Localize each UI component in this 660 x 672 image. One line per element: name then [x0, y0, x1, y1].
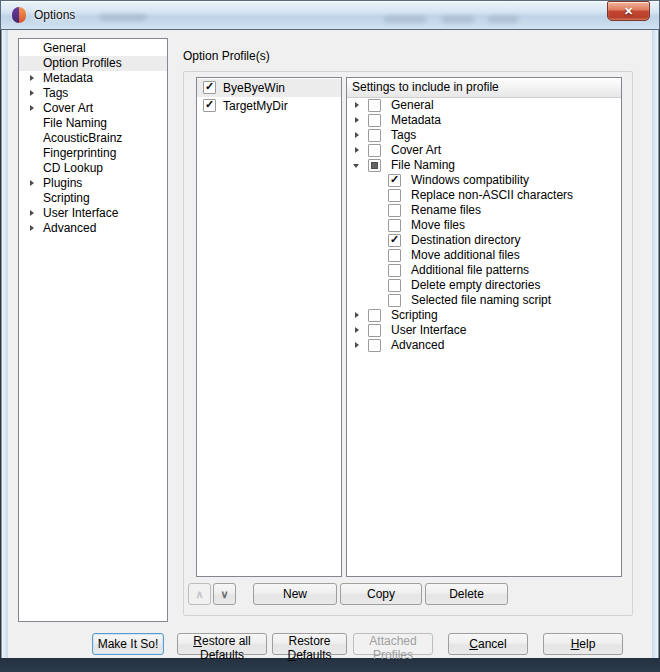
tree-advanced-checkbox[interactable] — [368, 339, 381, 352]
tree-item-selected-file-naming-script[interactable]: Selected file naming script — [347, 293, 621, 308]
cancel-button[interactable]: Cancel — [448, 633, 528, 655]
expander-collapsed-icon[interactable] — [355, 147, 359, 153]
expander-collapsed-icon[interactable] — [30, 180, 34, 186]
profile-row-byebyewin[interactable]: ✓ByeByeWin — [197, 79, 341, 97]
expander-collapsed-icon[interactable] — [355, 342, 359, 348]
tree-item-rename-files[interactable]: Rename files — [347, 203, 621, 218]
tree-user-interface-checkbox[interactable] — [368, 324, 381, 337]
glass-reflection — [100, 14, 146, 21]
restore-defaults-button[interactable]: Restore Defaults — [272, 633, 347, 655]
help-button[interactable]: Help — [543, 633, 623, 655]
profiles-groupbox: ✓ByeByeWin✓TargetMyDir Settings to inclu… — [183, 71, 633, 616]
sidebar-item-user-interface[interactable]: User Interface — [19, 206, 167, 221]
close-icon: ✕ — [624, 5, 633, 17]
tree-scripting-checkbox[interactable] — [368, 309, 381, 322]
checkmark-icon: ✓ — [390, 173, 399, 186]
restore-all-defaults-button[interactable]: Restore all Defaults — [177, 633, 267, 655]
settings-panel: Settings to include in profile GeneralMe… — [346, 77, 622, 577]
sidebar-item-advanced[interactable]: Advanced — [19, 221, 167, 236]
tree-item-scripting[interactable]: Scripting — [347, 308, 621, 323]
tree-cover-art-checkbox[interactable] — [368, 144, 381, 157]
tree-general-checkbox[interactable] — [368, 99, 381, 112]
make-it-so-button[interactable]: Make It So! — [92, 633, 164, 655]
settings-tree: GeneralMetadataTagsCover ArtFile Naming✓… — [347, 98, 621, 353]
checkmark-icon: ✓ — [205, 98, 214, 111]
tree-item-metadata[interactable]: Metadata — [347, 113, 621, 128]
expander-collapsed-icon[interactable] — [30, 105, 34, 111]
tree-file-naming-checkbox[interactable] — [368, 159, 381, 172]
tree-item-label: Windows compatibility — [347, 173, 529, 188]
tree-metadata-checkbox[interactable] — [368, 114, 381, 127]
tree-windows-compatibility-checkbox[interactable]: ✓ — [388, 174, 401, 187]
sidebar-item-cover-art[interactable]: Cover Art — [19, 101, 167, 116]
profile-targetmydir-checkbox[interactable]: ✓ — [203, 99, 216, 112]
tree-delete-empty-directories-checkbox[interactable] — [388, 279, 401, 292]
sidebar-item-tags[interactable]: Tags — [19, 86, 167, 101]
expander-collapsed-icon[interactable] — [30, 210, 34, 216]
tree-tags-checkbox[interactable] — [368, 129, 381, 142]
tree-item-tags[interactable]: Tags — [347, 128, 621, 143]
window-title: Options — [34, 8, 75, 22]
sidebar-item-metadata[interactable]: Metadata — [19, 71, 167, 86]
expander-collapsed-icon[interactable] — [355, 102, 359, 108]
glass-reflection — [384, 16, 426, 23]
sidebar-item-general[interactable]: General — [19, 41, 167, 56]
tree-item-windows-compatibility[interactable]: ✓Windows compatibility — [347, 173, 621, 188]
move-down-button[interactable]: ∨ — [213, 583, 236, 605]
sidebar-item-file-naming[interactable]: File Naming — [19, 116, 167, 131]
expander-collapsed-icon[interactable] — [30, 90, 34, 96]
expander-collapsed-icon[interactable] — [355, 132, 359, 138]
close-button[interactable]: ✕ — [607, 1, 650, 21]
profile-name: ByeByeWin — [223, 81, 285, 95]
expander-collapsed-icon[interactable] — [355, 117, 359, 123]
tree-item-general[interactable]: General — [347, 98, 621, 113]
expander-expanded-icon[interactable] — [353, 164, 359, 168]
chevron-up-icon: ∧ — [195, 588, 203, 600]
sidebar-item-label: Tags — [43, 86, 68, 100]
tree-item-file-naming[interactable]: File Naming — [347, 158, 621, 173]
expander-collapsed-icon[interactable] — [355, 312, 359, 318]
sidebar-item-scripting[interactable]: Scripting — [19, 191, 167, 206]
sidebar-item-cd-lookup[interactable]: CD Lookup — [19, 161, 167, 176]
tree-additional-file-patterns-checkbox[interactable] — [388, 264, 401, 277]
attached-profiles-button: Attached Profiles — [353, 633, 433, 655]
profile-byebyewin-checkbox[interactable]: ✓ — [203, 81, 216, 94]
titlebar[interactable]: Options ✕ — [0, 0, 660, 30]
tree-replace-non-ascii-characters-checkbox[interactable] — [388, 189, 401, 202]
new-button[interactable]: New — [253, 583, 337, 605]
dialog-client-area: GeneralOption ProfilesMetadataTagsCover … — [8, 30, 652, 658]
chevron-down-icon: ∨ — [220, 588, 228, 600]
tree-selected-file-naming-script-checkbox[interactable] — [388, 294, 401, 307]
copy-button[interactable]: Copy — [340, 583, 422, 605]
delete-button[interactable]: Delete — [425, 583, 508, 605]
tree-item-label: User Interface — [347, 323, 466, 338]
expander-collapsed-icon[interactable] — [30, 75, 34, 81]
tree-item-replace-non-ascii-characters[interactable]: Replace non-ASCII characters — [347, 188, 621, 203]
sidebar-item-fingerprinting[interactable]: Fingerprinting — [19, 146, 167, 161]
tree-item-label: Metadata — [347, 113, 441, 128]
sidebar-item-plugins[interactable]: Plugins — [19, 176, 167, 191]
tree-item-destination-directory[interactable]: ✓Destination directory — [347, 233, 621, 248]
tree-item-move-files[interactable]: Move files — [347, 218, 621, 233]
tree-item-move-additional-files[interactable]: Move additional files — [347, 248, 621, 263]
expander-collapsed-icon[interactable] — [30, 225, 34, 231]
sidebar-item-label: General — [43, 41, 86, 55]
move-up-button: ∧ — [188, 583, 211, 605]
tree-item-label: Move files — [347, 218, 465, 233]
tree-item-delete-empty-directories[interactable]: Delete empty directories — [347, 278, 621, 293]
tree-move-additional-files-checkbox[interactable] — [388, 249, 401, 262]
tree-item-additional-file-patterns[interactable]: Additional file patterns — [347, 263, 621, 278]
sidebar-item-label: Scripting — [43, 191, 90, 205]
tree-item-advanced[interactable]: Advanced — [347, 338, 621, 353]
tree-move-files-checkbox[interactable] — [388, 219, 401, 232]
tree-destination-directory-checkbox[interactable]: ✓ — [388, 234, 401, 247]
tree-item-user-interface[interactable]: User Interface — [347, 323, 621, 338]
sidebar-item-option-profiles[interactable]: Option Profiles — [19, 56, 167, 71]
tree-item-cover-art[interactable]: Cover Art — [347, 143, 621, 158]
tree-rename-files-checkbox[interactable] — [388, 204, 401, 217]
profile-row-targetmydir[interactable]: ✓TargetMyDir — [197, 97, 341, 115]
profile-name: TargetMyDir — [223, 99, 288, 113]
expander-collapsed-icon[interactable] — [355, 327, 359, 333]
sidebar-item-acousticbrainz[interactable]: AcousticBrainz — [19, 131, 167, 146]
tree-item-label: Advanced — [347, 338, 444, 353]
